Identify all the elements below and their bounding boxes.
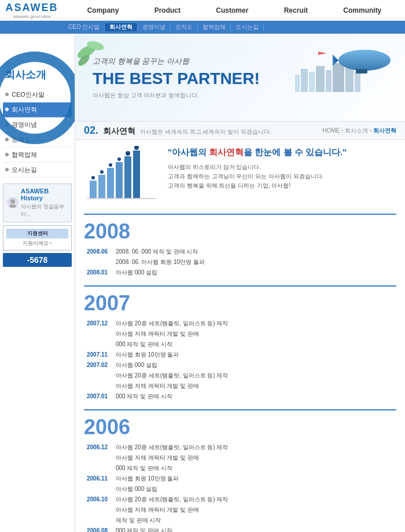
main-nav: Company Product Customer Recruit Communi… [69,6,399,14]
svg-rect-23 [107,168,114,198]
sidebar-label-map: 오시는길 [12,166,37,174]
sidebar: 회사소개 CEO인사말 회사연혁 경영이념 조직도 협력업체 [0,34,75,532]
quote-text-area: "아사웹의 회사연혁을 한눈에 볼 수 있습니다." 아사웹의 히스토리가 담겨… [168,146,396,190]
nav-product[interactable]: Product [149,6,186,14]
year-2008: 2008 [84,219,396,244]
subnav-ceo[interactable]: CEO 인사말 [64,23,105,31]
table-row: 2006.10 아사웹 20종 세트(템플릿, 일러스트 등) 제작 [87,495,396,504]
svg-point-32 [134,146,139,150]
table-row: 2007.01 000 제작 및 판매 시작 [87,392,396,401]
svg-rect-6 [295,75,300,92]
sidebar-circle-decoration [0,52,75,144]
svg-rect-7 [301,69,308,92]
dot-icon [5,168,9,171]
entries-2006: 2006.12 아사웹 20종 세트(템플릿, 일러스트 등) 제작 아사웹 자… [84,443,396,532]
logo: ASAWEB [6,2,58,14]
quote-line-3: 고객의 행복을 위해 최선을 다하는 기업, 아사웹! [168,181,396,190]
quote-before: "아사웹의 [168,147,209,157]
subnav-partner[interactable]: 협력업체 [198,23,231,31]
sidebar-item-map[interactable]: 오시는길 [3,163,72,178]
subnav-history[interactable]: 회사연혁 [105,23,138,31]
page-description: 아사웹은 세계속의 최고,세계속의 빛이 되겠습니다. [140,128,271,136]
table-row: 아사웹 20종 세트(템플릿, 일러스트 등) 제작 [87,371,396,380]
breadcrumb: HOME › 회사소개 › 회사연혁 [322,127,396,135]
quote-main: "아사웹의 회사연혁을 한눈에 볼 수 있습니다." [168,146,396,158]
table-row: 2008.01 아사웹 000 설립 [87,268,396,277]
svg-rect-25 [124,156,131,198]
entries-2008: 2008.06 2008. 06. 000 제작 및 판매 시작 2008. 0… [84,247,396,277]
svg-point-1 [9,204,16,208]
main-wrapper: 회사소개 CEO인사말 회사연혁 경영이념 조직도 협력업체 [0,34,405,532]
nav-community[interactable]: Community [337,6,387,14]
nav-recruit[interactable]: Recruit [278,6,314,14]
svg-rect-8 [309,72,315,92]
quote-line-1: 아사웹의 히스토리가 담겨 있습니다. [168,163,396,172]
breadcrumb-parent: 회사소개 [345,127,368,134]
table-row: 2008. 06. 아사웹 회원 10만명 돌파 [87,258,396,266]
year-2006: 2006 [84,415,396,439]
svg-rect-24 [116,162,123,198]
table-row: 2007.11 아사웹 회원 10만명 돌파 [87,350,396,359]
chart-illustration [84,146,159,205]
sidebar-service-desc: 지원이에요~ [6,240,68,247]
table-row: 아사웹 자체 캐릭터 개발 및 판매 [87,329,396,338]
entries-2007: 2007.12 아사웹 20종 세트(템플릿, 일러스트 등) 제작 아사웹 자… [84,319,396,401]
sidebar-phone: -5678 [3,253,72,267]
table-row: 2006.12 아사웹 20종 세트(템플릿, 일러스트 등) 제작 [87,443,396,452]
timeline-2006: 2006 2006.12 아사웹 20종 세트(템플릿, 일러스트 등) 제작 … [84,409,396,532]
table-row: 000 제작 및 판매 시작 [87,464,396,472]
sidebar-history-sub: 아사웹의 첫걸음부터... [21,203,68,218]
svg-rect-21 [90,181,97,198]
svg-point-29 [109,163,112,167]
year-2007: 2007 [84,291,396,315]
sidebar-history-title: ASAWEB History [21,188,68,201]
sidebar-service-box: 지원센터 지원이에요~ [3,225,72,251]
svg-rect-11 [333,63,344,92]
quote-line-2: 고객과 함께하는 고객님이 우선이 되는 아사웹이 되겠습니다. [168,172,396,181]
timeline-2007: 2007 2007.12 아사웹 20종 세트(템플릿, 일러스트 등) 제작 … [84,285,396,401]
table-row: 2006.08 000 제작 및 판매 시작 [87,526,396,532]
svg-rect-16 [356,69,367,74]
history-section: "아사웹의 회사연혁을 한눈에 볼 수 있습니다." 아사웹의 히스토리가 담겨… [75,140,405,532]
subnav-vision[interactable]: 경영이념 [138,23,171,31]
dot-icon [5,153,9,156]
blimp-illustration [289,46,393,98]
svg-rect-13 [355,72,360,92]
table-row: 2007.12 아사웹 20종 세트(템플릿, 일러스트 등) 제작 [87,319,396,328]
hero-banner: 고객의 행복을 꿈꾸는 아사웹 THE BEST PARTNER! 아사웹은 항… [75,34,405,121]
sidebar-item-partner[interactable]: 협력업체 [3,148,72,163]
sidebar-service-label: 지원센터 [6,229,68,239]
table-row: 2006.11 아사웹 회원 10만명 돌파 [87,474,396,483]
table-row: 아사웹 자체 캐릭터 개발 및 판매 [87,453,396,462]
svg-rect-9 [316,66,325,92]
breadcrumb-current: 회사연혁 [373,127,396,134]
quote-after: 을 한눈에 볼 수 있습니다." [244,147,347,157]
sidebar-label-partner: 협력업체 [12,151,37,159]
svg-point-31 [126,151,130,156]
table-row: 아사웹 자체 캐릭터 개발 및 판매 [87,381,396,390]
top-bar: ASAWEB asaweb good idea Company Product … [0,0,405,21]
svg-point-0 [10,199,15,204]
timeline-2008: 2008 2008.06 2008. 06. 000 제작 및 판매 시작 20… [84,214,396,277]
svg-point-15 [338,50,391,71]
subnav-org[interactable]: 조직도 [171,23,198,31]
sub-nav: CEO 인사말 회사연혁 경영이념 조직도 협력업체 오시는길 [0,21,405,34]
table-row: 2007.02 아사웹 000 설립 [87,361,396,369]
page-number: 02. [84,124,98,137]
table-row: 아사웹 000 설립 [87,485,396,493]
svg-rect-12 [345,68,354,92]
hero-desc: 아사웹은 항상 고객 여러분과 함께합니다. [93,91,255,100]
nav-customer[interactable]: Customer [210,6,254,14]
content: 고객의 행복을 꿈꾸는 아사웹 THE BEST PARTNER! 아사웹은 항… [75,34,405,532]
breadcrumb-bar: 02. 회사연혁 아사웹은 세계속의 최고,세계속의 빛이 되겠습니다. HOM… [75,121,405,140]
svg-rect-10 [326,70,332,92]
quote-em: 회사연혁 [209,147,244,157]
logo-subtitle: asaweb good idea [13,14,51,19]
subnav-map[interactable]: 오시는길 [231,23,264,31]
svg-point-27 [91,176,95,179]
quote-box: "아사웹의 회사연혁을 한눈에 볼 수 있습니다." 아사웹의 히스토리가 담겨… [84,146,396,205]
breadcrumb-home: HOME [322,127,340,134]
nav-company[interactable]: Company [82,6,125,14]
table-row: 제작 및 판매 시작 [87,516,396,524]
sidebar-history-box: ASAWEB History 아사웹의 첫걸음부터... [3,184,72,222]
